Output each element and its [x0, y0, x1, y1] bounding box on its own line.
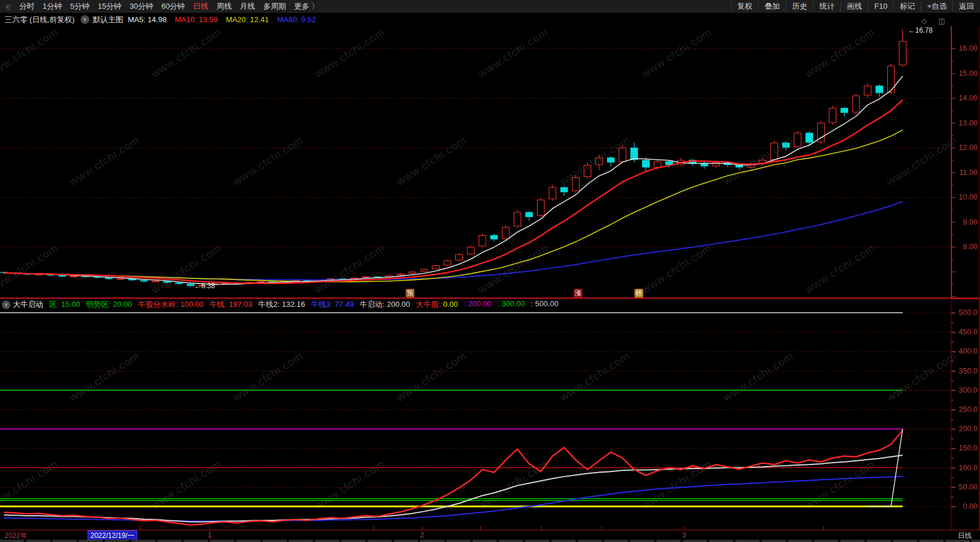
menu-item-7[interactable]: 日线	[189, 1, 212, 12]
date-tick	[210, 526, 210, 530]
toolbar-button-5[interactable]: 画线	[841, 2, 868, 11]
main-axis-tick: 11.00	[953, 168, 978, 177]
toolbar-button-6[interactable]: F10	[868, 2, 893, 11]
date-tick	[374, 526, 374, 530]
indicator-field-5: 牛线2:132.16	[258, 299, 311, 310]
indicator-chart[interactable]	[0, 310, 980, 530]
indicator-field-value: 100.00	[178, 300, 204, 309]
menu-item-8[interactable]: 周线	[212, 1, 236, 12]
indicator-field-label: 牛启动:	[360, 300, 385, 309]
main-axis-tick: 14.00	[953, 93, 978, 102]
right-border	[979, 26, 979, 530]
menu-item-3[interactable]: 5分钟	[66, 1, 93, 12]
menu-item-5[interactable]: 30分钟	[125, 1, 157, 12]
indicator-field-9: :200.00	[463, 299, 497, 310]
date-tick	[422, 526, 423, 530]
indicator-field-8: 大牛股:0.00	[416, 299, 464, 310]
main-axis-tick: 13.00	[953, 118, 978, 127]
menu-item-10[interactable]: 多周期	[259, 1, 290, 12]
indicator-title[interactable]: 大牛启动	[13, 299, 49, 310]
date-tick	[480, 526, 481, 530]
main-axis-tick: 8.00	[953, 242, 978, 251]
indicator-field-label: 弱势区:	[86, 300, 111, 309]
toolbar-button-3[interactable]: 历史	[786, 2, 813, 11]
date-tick	[823, 526, 824, 530]
sub-axis-tick: 400.0	[953, 347, 978, 355]
toolbar-button-4[interactable]: 统计	[813, 2, 841, 11]
indicator-field-2: 弱势区:20.00	[86, 299, 138, 310]
main-axis-tick: 16.00	[953, 44, 978, 53]
indicator-field-value: 197.03	[226, 300, 252, 309]
sub-axis-tick: 200.0	[953, 424, 978, 433]
sub-axis-tick: 450.0	[953, 327, 978, 336]
menu-item-4[interactable]: 15分钟	[93, 1, 125, 12]
indicator-field-11: :500.00	[531, 299, 564, 310]
ma-readout-4: MA60: 9.52	[277, 15, 325, 24]
menu-item-1[interactable]: 分时	[15, 1, 39, 12]
indicator-field-value: 300.00	[499, 299, 525, 308]
indicator-header: ∨ 大牛启动 区:15.00弱势区:20.00牛股分水岭:100.00牛线:19…	[0, 299, 980, 310]
toolbar-button-8[interactable]: +自选	[920, 2, 953, 11]
indicator-field-7: 牛启动:200.00	[360, 299, 416, 310]
toolbar-button-7[interactable]: 标记	[893, 2, 920, 11]
main-axis-tick: 9.00	[953, 218, 978, 226]
sub-axis-tick: 50.00	[953, 482, 978, 491]
menu-item-9[interactable]: 月线	[236, 1, 259, 12]
ma-readout-1: MA5: 14.98	[128, 15, 175, 24]
stock-title: 三六零 (日线,前复权)	[0, 15, 78, 25]
indicator-field-4: 牛线:197.03	[210, 299, 258, 310]
main-axis-tick: 12.00	[953, 143, 978, 152]
main-axis-tick: 15.00	[953, 69, 978, 78]
indicator-field-label: 牛线3:	[311, 300, 333, 309]
low-price-annotation: ←6.38	[194, 282, 215, 290]
toolbar-button-2[interactable]: 叠加	[758, 2, 786, 11]
indicator-field-3: 牛股分水岭:100.00	[138, 299, 209, 310]
indicator-field-value: 20.00	[111, 300, 132, 309]
chevron-down-circle-icon[interactable]: ∨	[81, 15, 89, 24]
indicator-chevron-circle-icon[interactable]: ∨	[2, 300, 11, 309]
date-tick	[684, 526, 685, 530]
event-badge-2[interactable]: 涨	[574, 289, 583, 298]
ma-readout-2: MA10: 13.59	[175, 15, 226, 24]
sub-axis-tick: 250.0	[953, 405, 978, 414]
indicator-field-value: 200.00	[466, 299, 491, 308]
indicator-field-10: :300.00	[497, 299, 531, 310]
menu-item-2[interactable]: 1分钟	[39, 1, 66, 12]
ma-readout-3: MA20: 12.41	[226, 15, 277, 24]
event-badge-3[interactable]: 榜	[634, 289, 643, 298]
menu-item-11[interactable]: 更多 〉	[290, 1, 323, 12]
date-axis[interactable]: 日线 2022年2022/12/19/一123	[0, 530, 980, 540]
indicator-field-label: 区:	[49, 300, 59, 309]
toolbar-button-9[interactable]: 返回	[953, 2, 980, 11]
toolbar-buttons: 复权叠加历史统计画线F10标记+自选返回	[731, 0, 980, 13]
sub-axis-tick: 150.0	[953, 443, 978, 452]
indicator-field-value: 132.16	[280, 300, 305, 309]
date-tick	[601, 526, 602, 530]
menu-item-6[interactable]: 60分钟	[157, 1, 189, 12]
indicator-field-1: 区:15.00	[49, 299, 86, 310]
main-axis-tick: 10.00	[953, 193, 978, 201]
indicator-field-6: 牛线3:77.49	[311, 299, 360, 310]
sub-axis-tick: 100.0	[953, 463, 978, 472]
app-window: ›▯ 分时1分钟5分钟15分钟30分钟60分钟日线周线月线多周期更多 〉 复权叠…	[0, 0, 980, 542]
indicator-field-label: 牛线2:	[258, 300, 280, 309]
high-price-annotation: ←16.78	[908, 26, 933, 34]
sub-axis-tick: 0.00	[953, 502, 978, 510]
date-tick	[140, 526, 141, 530]
event-badge-1[interactable]: 预	[406, 289, 414, 298]
price-axis-line	[951, 26, 952, 299]
horizontal-scrollbar[interactable]	[0, 540, 980, 542]
toolbar-button-1[interactable]: 复权	[731, 2, 758, 11]
sub-axis-tick: 300.0	[953, 386, 978, 394]
ma-readouts: MA5: 14.98MA10: 13.59MA20: 12.41MA60: 9.…	[128, 15, 324, 24]
main-candlestick-chart[interactable]	[0, 26, 980, 299]
indicator-field-label: 牛线:	[210, 300, 227, 309]
indicator-field-value: 200.00	[385, 300, 410, 309]
panel-toggle-icon[interactable]: ›▯	[0, 3, 15, 11]
sub-axis-tick: 500.0	[953, 308, 978, 317]
date-tick	[541, 526, 542, 530]
main-indicator-dropdown[interactable]: 默认主图	[92, 15, 128, 25]
sub-axis-tick: 350.0	[953, 366, 978, 375]
chart-window-icons[interactable]: ◇ ◫	[922, 17, 950, 25]
indicator-readouts: 区:15.00弱势区:20.00牛股分水岭:100.00牛线:197.03牛线2…	[49, 299, 564, 310]
